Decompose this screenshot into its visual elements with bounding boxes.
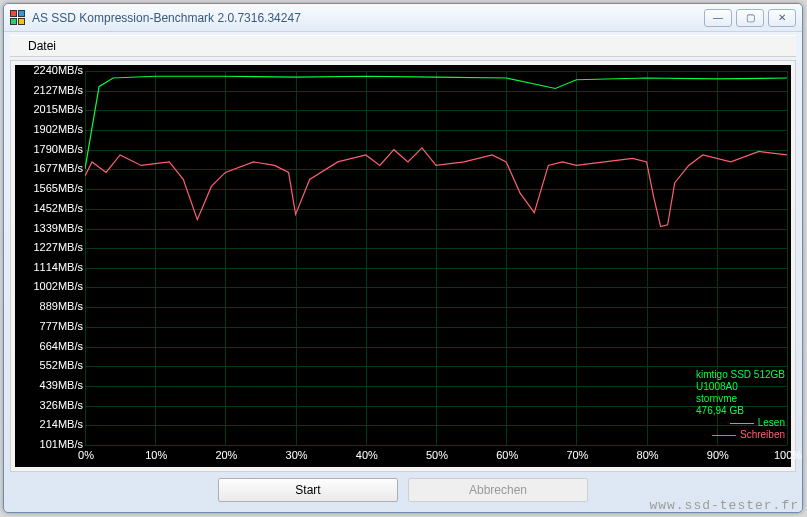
legend-drive-driver: stornvme — [696, 393, 785, 405]
y-tick-label: 1002MB/s — [19, 280, 83, 292]
client-area: 101MB/s214MB/s326MB/s439MB/s552MB/s664MB… — [10, 60, 796, 472]
y-tick-label: 777MB/s — [19, 320, 83, 332]
watermark: www.ssd-tester.fr — [649, 498, 799, 513]
legend-write: Schreiben — [696, 429, 785, 441]
legend-box: kimtigo SSD 512GB U1008A0 stornvme 476,9… — [696, 369, 785, 441]
y-tick-label: 1227MB/s — [19, 241, 83, 253]
y-tick-label: 552MB/s — [19, 359, 83, 371]
x-tick-label: 70% — [562, 449, 592, 461]
y-tick-label: 214MB/s — [19, 418, 83, 430]
y-tick-label: 1452MB/s — [19, 202, 83, 214]
legend-drive-name: kimtigo SSD 512GB — [696, 369, 785, 381]
legend-read: Lesen — [696, 417, 785, 429]
y-tick-label: 2240MB/s — [19, 64, 83, 76]
menu-datei[interactable]: Datei — [20, 37, 64, 55]
legend-drive-fw: U1008A0 — [696, 381, 785, 393]
chart-area: 101MB/s214MB/s326MB/s439MB/s552MB/s664MB… — [15, 65, 791, 467]
x-tick-label: 10% — [141, 449, 171, 461]
cancel-button: Abbrechen — [408, 478, 588, 502]
minimize-button[interactable]: — — [704, 9, 732, 27]
maximize-button[interactable]: ▢ — [736, 9, 764, 27]
y-tick-label: 1790MB/s — [19, 143, 83, 155]
x-tick-label: 0% — [71, 449, 101, 461]
y-tick-label: 1114MB/s — [19, 261, 83, 273]
close-button[interactable]: ✕ — [768, 9, 796, 27]
y-tick-label: 1902MB/s — [19, 123, 83, 135]
line-icon — [730, 423, 754, 424]
y-tick-label: 2127MB/s — [19, 84, 83, 96]
x-tick-label: 100% — [773, 449, 803, 461]
series-lesen — [85, 76, 787, 169]
y-tick-label: 439MB/s — [19, 379, 83, 391]
y-tick-label: 1677MB/s — [19, 162, 83, 174]
y-tick-label: 664MB/s — [19, 340, 83, 352]
x-tick-label: 80% — [633, 449, 663, 461]
x-tick-label: 60% — [492, 449, 522, 461]
menubar: Datei — [10, 35, 796, 57]
legend-write-label: Schreiben — [740, 429, 785, 441]
x-tick-label: 40% — [352, 449, 382, 461]
series-schreiben — [85, 148, 787, 227]
y-tick-label: 1339MB/s — [19, 222, 83, 234]
titlebar[interactable]: AS SSD Kompression-Benchmark 2.0.7316.34… — [4, 4, 802, 32]
x-tick-label: 30% — [282, 449, 312, 461]
x-tick-label: 50% — [422, 449, 452, 461]
window-title: AS SSD Kompression-Benchmark 2.0.7316.34… — [32, 11, 704, 25]
chart-plot — [85, 71, 787, 445]
x-tick-label: 90% — [703, 449, 733, 461]
start-button[interactable]: Start — [218, 478, 398, 502]
y-tick-label: 889MB/s — [19, 300, 83, 312]
legend-drive-size: 476,94 GB — [696, 405, 785, 417]
y-tick-label: 1565MB/s — [19, 182, 83, 194]
line-icon — [712, 435, 736, 436]
legend-read-label: Lesen — [758, 417, 785, 429]
y-tick-label: 2015MB/s — [19, 103, 83, 115]
app-icon — [10, 10, 26, 26]
y-tick-label: 326MB/s — [19, 399, 83, 411]
app-window: AS SSD Kompression-Benchmark 2.0.7316.34… — [3, 3, 803, 513]
x-tick-label: 20% — [211, 449, 241, 461]
